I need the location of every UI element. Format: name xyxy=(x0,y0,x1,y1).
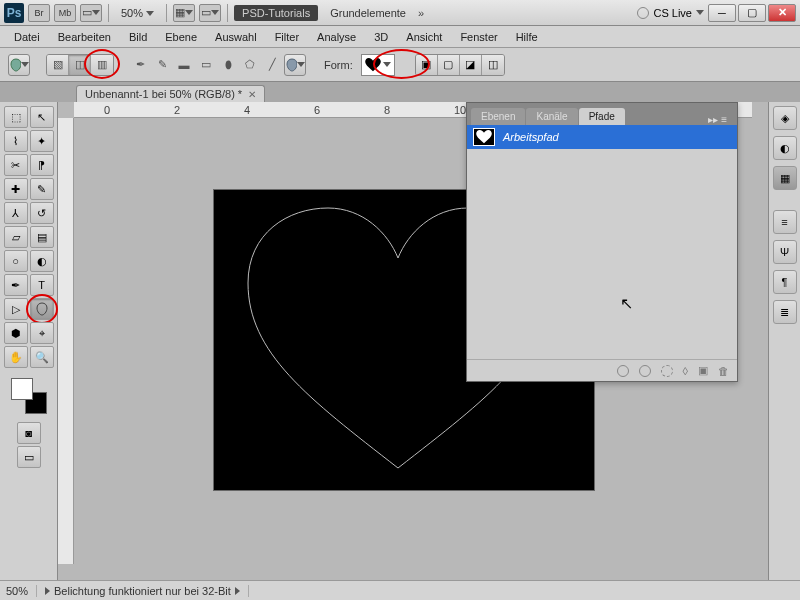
blur-tool[interactable]: ○ xyxy=(4,250,28,272)
dock-layers-icon[interactable]: ◈ xyxy=(773,106,797,130)
status-message[interactable]: Belichtung funktioniert nur bei 32-Bit xyxy=(36,585,249,597)
menu-bild[interactable]: Bild xyxy=(121,28,155,46)
path-item-label: Arbeitspfad xyxy=(503,131,559,143)
screen-mode-button[interactable]: ▭ xyxy=(80,4,102,22)
type-tool[interactable]: T xyxy=(30,274,54,296)
view-extras-button[interactable]: ▦ xyxy=(173,4,195,22)
shape-layers-mode[interactable]: ▧ xyxy=(47,55,69,75)
eyedropper-tool[interactable]: ⁋ xyxy=(30,154,54,176)
gradient-tool[interactable]: ▤ xyxy=(30,226,54,248)
menu-bearbeiten[interactable]: Bearbeiten xyxy=(50,28,119,46)
stamp-tool[interactable]: ⅄ xyxy=(4,202,28,224)
pen-tool-icon[interactable]: ✒ xyxy=(130,55,150,75)
menu-filter[interactable]: Filter xyxy=(267,28,307,46)
custom-shape-picker[interactable] xyxy=(361,54,395,76)
minibridge-button[interactable]: Mb xyxy=(54,4,76,22)
panel-menu-icon[interactable]: ▸▸ ≡ xyxy=(702,114,733,125)
wand-tool[interactable]: ✦ xyxy=(30,130,54,152)
menu-3d[interactable]: 3D xyxy=(366,28,396,46)
menu-hilfe[interactable]: Hilfe xyxy=(508,28,546,46)
chevron-down-icon xyxy=(21,62,29,67)
document-tab[interactable]: Unbenannt-1 bei 50% (RGB/8) * ✕ xyxy=(76,85,265,102)
drawing-mode-group: ▧ ◫ ▥ xyxy=(46,54,114,76)
dodge-tool[interactable]: ◐ xyxy=(30,250,54,272)
3d-tool[interactable]: ⬢ xyxy=(4,322,28,344)
heal-tool[interactable]: ✚ xyxy=(4,178,28,200)
freeform-pen-icon[interactable]: ✎ xyxy=(152,55,172,75)
crop-tool[interactable]: ✂ xyxy=(4,154,28,176)
tab-pfade[interactable]: Pfade xyxy=(579,108,625,125)
add-to-path[interactable]: ▣ xyxy=(416,55,438,75)
minimize-button[interactable]: ─ xyxy=(708,4,736,22)
workspace-psd-tutorials[interactable]: PSD-Tutorials xyxy=(234,5,318,21)
tab-kanaele[interactable]: Kanäle xyxy=(526,108,577,125)
menu-auswahl[interactable]: Auswahl xyxy=(207,28,265,46)
exclude-path[interactable]: ◫ xyxy=(482,55,504,75)
subtract-path[interactable]: ▢ xyxy=(438,55,460,75)
paths-mode[interactable]: ◫ xyxy=(69,55,91,75)
fill-path-icon[interactable] xyxy=(617,365,629,377)
dock-styles-icon[interactable]: ≣ xyxy=(773,300,797,324)
bridge-button[interactable]: Br xyxy=(28,4,50,22)
heart-icon xyxy=(476,130,492,144)
move-tool[interactable]: ⬚ xyxy=(4,106,28,128)
intersect-path[interactable]: ◪ xyxy=(460,55,482,75)
cslive-button[interactable]: CS Live xyxy=(637,7,704,19)
selection-to-path-icon[interactable]: ◊ xyxy=(683,365,688,377)
path-select-tool[interactable]: ▷ xyxy=(4,298,28,320)
delete-path-icon[interactable]: 🗑 xyxy=(718,365,729,377)
color-swatches[interactable] xyxy=(11,378,47,414)
eraser-tool[interactable]: ▱ xyxy=(4,226,28,248)
line-shape[interactable]: ╱ xyxy=(262,55,282,75)
ruler-vertical[interactable] xyxy=(58,118,74,564)
zoom-display[interactable]: 50% xyxy=(115,7,160,19)
hand-tool[interactable]: ✋ xyxy=(4,346,28,368)
brush-tool[interactable]: ✎ xyxy=(30,178,54,200)
form-label: Form: xyxy=(320,59,357,71)
menu-datei[interactable]: Datei xyxy=(6,28,48,46)
fill-icon: ▥ xyxy=(97,58,107,71)
select-tool[interactable]: ↖ xyxy=(30,106,54,128)
custom-shape-tool[interactable] xyxy=(284,54,306,76)
dock-para-icon[interactable]: ¶ xyxy=(773,270,797,294)
ellipse-shape[interactable]: ⬮ xyxy=(218,55,238,75)
lasso-tool[interactable]: ⌇ xyxy=(4,130,28,152)
quickmask-toggle[interactable]: ◙ xyxy=(17,422,41,444)
rectangle-shape[interactable]: ▬ xyxy=(174,55,194,75)
tool-preset-picker[interactable] xyxy=(8,54,30,76)
workspace-grundelemente[interactable]: Grundelemente xyxy=(322,5,414,21)
polygon-shape[interactable]: ⬠ xyxy=(240,55,260,75)
new-path-icon[interactable]: ▣ xyxy=(698,364,708,377)
document-tab-title: Unbenannt-1 bei 50% (RGB/8) * xyxy=(85,88,242,100)
foreground-color[interactable] xyxy=(11,378,33,400)
menu-ansicht[interactable]: Ansicht xyxy=(398,28,450,46)
path-item-arbeitspfad[interactable]: Arbeitspfad xyxy=(467,125,737,149)
dock-color-icon[interactable]: ◐ xyxy=(773,136,797,160)
history-brush-tool[interactable]: ↺ xyxy=(30,202,54,224)
dock-char-icon[interactable]: Ψ xyxy=(773,240,797,264)
tab-ebenen[interactable]: Ebenen xyxy=(471,108,525,125)
zoom-tool[interactable]: 🔍 xyxy=(30,346,54,368)
3d-camera-tool[interactable]: ⌖ xyxy=(30,322,54,344)
menu-ebene[interactable]: Ebene xyxy=(157,28,205,46)
pen-tool[interactable]: ✒ xyxy=(4,274,28,296)
maximize-button[interactable]: ▢ xyxy=(738,4,766,22)
stroke-path-icon[interactable] xyxy=(639,365,651,377)
panel-footer: ◊ ▣ 🗑 xyxy=(467,359,737,381)
path-to-selection-icon[interactable] xyxy=(661,365,673,377)
arrange-button[interactable]: ▭ xyxy=(199,4,221,22)
dock-navigator-icon[interactable]: ▦ xyxy=(773,166,797,190)
rounded-rect-shape[interactable]: ▭ xyxy=(196,55,216,75)
chevron-down-icon xyxy=(92,10,100,15)
custom-shape-tool[interactable] xyxy=(30,298,54,320)
separator xyxy=(227,4,228,22)
fill-pixels-mode[interactable]: ▥ xyxy=(91,55,113,75)
close-tab-icon[interactable]: ✕ xyxy=(248,89,256,100)
screenmode-toggle[interactable]: ▭ xyxy=(17,446,41,468)
menu-fenster[interactable]: Fenster xyxy=(452,28,505,46)
close-button[interactable]: ✕ xyxy=(768,4,796,22)
dock-adjust-icon[interactable]: ≡ xyxy=(773,210,797,234)
menu-analyse[interactable]: Analyse xyxy=(309,28,364,46)
status-zoom[interactable]: 50% xyxy=(6,585,28,597)
more-workspaces-icon[interactable]: » xyxy=(418,7,424,19)
